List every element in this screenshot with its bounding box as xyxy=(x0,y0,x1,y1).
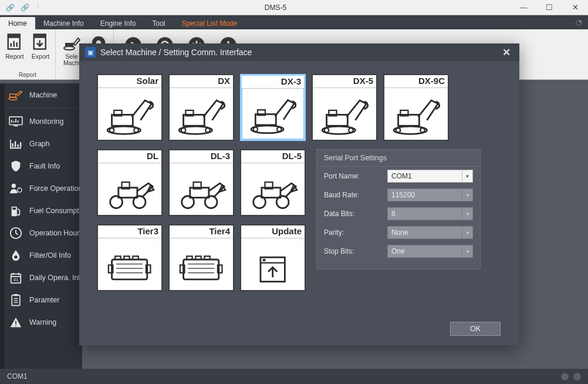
card-label: DL xyxy=(98,150,161,163)
settings-header: Serial Port Settings xyxy=(317,150,480,167)
card-label: DX xyxy=(170,75,233,88)
loader-icon xyxy=(98,163,161,215)
machine-card-dx9c[interactable]: DX-9C xyxy=(383,74,449,141)
chevron-down-icon: ▼ xyxy=(462,170,472,182)
card-label: DX-9C xyxy=(384,75,448,88)
machine-card-dx5[interactable]: DX-5 xyxy=(312,74,377,141)
portname-select[interactable]: COM1▼ xyxy=(387,170,473,183)
parity-label: Parity: xyxy=(324,228,387,237)
chevron-down-icon: ▾ xyxy=(462,189,472,201)
ok-button[interactable]: OK xyxy=(450,322,501,336)
machine-card-tier4[interactable]: Tier4 xyxy=(168,224,234,291)
machine-card-dx3[interactable]: DX-3 xyxy=(240,74,306,141)
modal-overlay: ▣ Select Machine / Setting Comm. Interfa… xyxy=(0,0,588,384)
excavator-icon xyxy=(313,88,376,140)
chevron-down-icon: ▾ xyxy=(462,245,472,257)
chevron-down-icon: ▾ xyxy=(462,208,472,220)
loader-icon xyxy=(241,163,305,215)
dialog-title: Select Machine / Setting Comm. Interface xyxy=(100,48,252,57)
engine-icon xyxy=(98,238,161,290)
baud-select[interactable]: 115200▾ xyxy=(387,188,473,201)
card-label: Tier4 xyxy=(170,225,233,238)
dialog-titlebar: ▣ Select Machine / Setting Comm. Interfa… xyxy=(79,43,519,61)
machine-card-dx[interactable]: DX xyxy=(168,74,234,141)
machine-card-dl3[interactable]: DL-3 xyxy=(168,149,234,216)
machine-card-solar[interactable]: Solar xyxy=(97,74,163,141)
excavator-icon xyxy=(170,88,233,140)
parity-select[interactable]: None▾ xyxy=(387,226,473,239)
dialog-icon: ▣ xyxy=(85,47,96,58)
card-label: DL-3 xyxy=(170,150,233,163)
stopbits-value: One xyxy=(391,247,405,255)
update-icon xyxy=(241,238,305,290)
databits-value: 8 xyxy=(391,210,396,218)
card-label: Tier3 xyxy=(98,225,161,238)
stopbits-label: Stop Bits: xyxy=(324,247,387,255)
parity-value: None xyxy=(391,228,408,237)
portname-value: COM1 xyxy=(391,172,412,180)
card-label: DL-5 xyxy=(241,150,305,163)
card-label: DX-5 xyxy=(313,75,376,88)
stopbits-select[interactable]: One▾ xyxy=(387,245,473,258)
portname-label: Port Name: xyxy=(324,172,387,180)
card-label: Solar xyxy=(98,75,161,88)
card-label: DX-3 xyxy=(242,76,304,89)
machine-card-dl5[interactable]: DL-5 xyxy=(240,149,306,216)
engine-icon xyxy=(170,238,233,290)
dialog-close-button[interactable]: ✕ xyxy=(499,45,513,59)
chevron-down-icon: ▾ xyxy=(462,227,472,238)
serial-port-settings: Serial Port Settings Port Name: COM1▼ Ba… xyxy=(316,149,481,270)
baud-value: 115200 xyxy=(391,191,415,199)
excavator-icon xyxy=(384,88,448,140)
select-machine-dialog: ▣ Select Machine / Setting Comm. Interfa… xyxy=(79,43,519,345)
machine-card-dl[interactable]: DL xyxy=(97,149,163,216)
databits-select[interactable]: 8▾ xyxy=(387,207,473,220)
baud-label: Baud Rate: xyxy=(324,191,387,199)
card-label: Update xyxy=(241,225,305,238)
loader-icon xyxy=(170,163,233,215)
excavator-icon xyxy=(98,88,161,140)
machine-card-tier3[interactable]: Tier3 xyxy=(97,224,163,291)
machine-card-update[interactable]: Update xyxy=(240,224,306,291)
databits-label: Data Bits: xyxy=(324,210,387,218)
excavator-icon xyxy=(242,89,304,139)
